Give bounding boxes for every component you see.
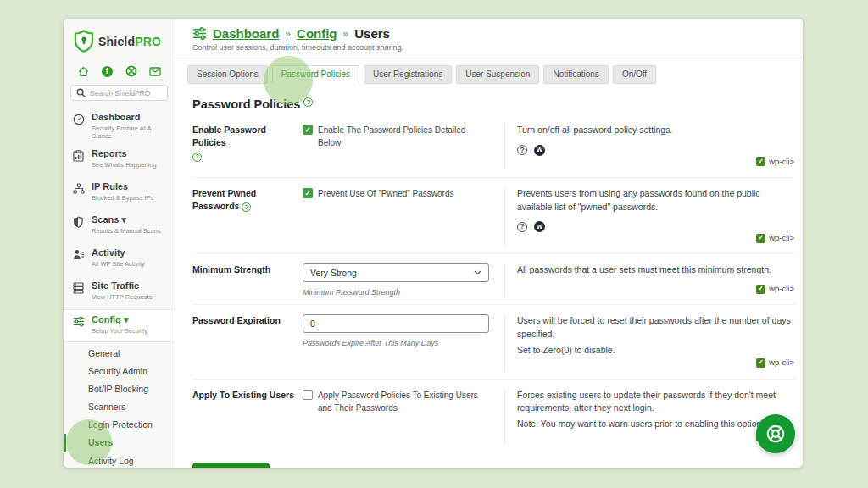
search-icon: [76, 88, 86, 97]
tab-notifications[interactable]: Notifications: [543, 65, 608, 84]
nav-title: Site Traffic: [92, 280, 152, 292]
prevent-pwned-checkbox[interactable]: ✓ Prevent Use Of "Pwned" Passwords: [303, 187, 491, 200]
submenu-item-general[interactable]: General: [64, 345, 175, 363]
help-icon[interactable]: ?: [303, 97, 313, 107]
tab-user-suspension[interactable]: User Suspension: [456, 65, 539, 84]
breadcrumb-users: Users: [354, 26, 390, 41]
home-icon[interactable]: [77, 65, 89, 77]
gauge-icon: [73, 114, 85, 125]
checkbox-label: Enable The Password Policies Detailed Be…: [318, 124, 491, 149]
nav-subtitle: Setup Your Security: [92, 327, 147, 335]
tab-on-off[interactable]: On/Off: [613, 65, 656, 84]
chevron-down-icon: [474, 270, 481, 275]
sidebar-item-reports[interactable]: ReportsSee What's Happening: [64, 144, 175, 177]
control-hint: Minimum Password Strength: [303, 288, 491, 297]
nav-title: Reports: [92, 148, 156, 160]
nav-title: Dashboard: [92, 112, 168, 124]
submenu-item-activity-log[interactable]: Activity Log: [64, 452, 175, 469]
page-header: Dashboard » Config » Users Control user …: [175, 19, 803, 58]
traffic-stack-icon: [73, 282, 85, 294]
enable-password-policies-checkbox[interactable]: ✓ Enable The Password Policies Detailed …: [303, 124, 491, 149]
nav-subtitle: Security Posture At A Glance: [92, 125, 168, 140]
selected-option: Very Strong: [310, 268, 357, 278]
submenu-item-security-admin[interactable]: Security Admin: [64, 363, 175, 380]
setting-description: Set to Zero(0) to disable.: [517, 344, 793, 358]
nav-title: Activity: [92, 247, 145, 259]
user-activity-icon: [73, 249, 85, 261]
setting-row-prevent-pwned-passwords: Prevent Pwned Passwords ? ✓ Prevent Use …: [192, 178, 796, 255]
network-icon: [73, 183, 85, 195]
help-icon[interactable]: ?: [517, 145, 527, 155]
checkbox-checked-icon: ✓: [303, 188, 313, 198]
brand-name: ShieldPRO: [98, 35, 161, 48]
submenu-item-users[interactable]: Users: [64, 434, 175, 452]
breadcrumb-config[interactable]: Config: [297, 26, 337, 41]
facebook-icon[interactable]: f: [101, 65, 113, 77]
submenu-item-login-protection[interactable]: Login Protection: [64, 416, 175, 434]
shieldpro-logo[interactable]: ShieldPRO: [64, 19, 175, 59]
nav-title: Config ▾: [92, 314, 147, 326]
password-expiration-input[interactable]: [303, 314, 489, 333]
password-policies-form: Enable Password Policies ? ✓ Enable The …: [192, 114, 796, 452]
setting-description: Forces existing users to update their pa…: [517, 389, 793, 416]
sidebar-item-ip-rules[interactable]: IP RulesBlocked & Bypass IPs: [64, 177, 175, 210]
help-fab-button[interactable]: [756, 414, 795, 453]
checkbox-checked-icon: ✓: [756, 358, 765, 368]
setting-description: Turn on/off all password policy settings…: [517, 124, 793, 137]
mail-icon[interactable]: [149, 65, 161, 77]
help-icon[interactable]: ?: [242, 202, 251, 212]
report-chart-icon: [73, 150, 85, 162]
sidebar-item-site-traffic[interactable]: Site TrafficView HTTP Requests: [64, 276, 175, 309]
sidebar-item-config[interactable]: Config ▾Setup Your Security: [64, 309, 175, 342]
tab-user-registrations[interactable]: User Registrations: [364, 65, 452, 84]
sidebar-item-dashboard[interactable]: DashboardSecurity Posture At A Glance: [64, 108, 175, 144]
setting-description: Note: You may want to warn users prior t…: [517, 418, 793, 431]
nav-subtitle: See What's Happening: [92, 161, 156, 169]
control-hint: Passwords Expire After This Many Days: [303, 339, 491, 347]
checkbox-label: Apply Password Policies To Existing User…: [318, 389, 491, 414]
submenu-item-scanners[interactable]: Scanners: [64, 398, 175, 416]
submenu-item-bot-ip-blocking[interactable]: Bot/IP Blocking: [64, 380, 175, 398]
wordpress-icon[interactable]: W: [534, 145, 545, 156]
checkbox-checked-icon: ✓: [756, 234, 765, 243]
setting-label: Password Expiration: [192, 315, 281, 325]
apply-existing-users-checkbox[interactable]: Apply Password Policies To Existing User…: [303, 389, 491, 414]
nav-title: Scans ▾: [92, 214, 161, 226]
setting-row-enable-password-policies: Enable Password Policies ? ✓ Enable The …: [192, 114, 796, 178]
sidebar-item-scans[interactable]: Scans ▾Results & Manual Scans: [64, 210, 175, 243]
help-icon[interactable]: ?: [517, 222, 527, 232]
breadcrumb-dashboard[interactable]: Dashboard: [213, 26, 279, 41]
nav-subtitle: Blocked & Bypass IPs: [92, 194, 153, 202]
sidebar-item-activity[interactable]: ActivityAll WP Site Activity: [64, 243, 175, 276]
checkbox-label: Prevent Use Of "Pwned" Passwords: [318, 187, 454, 200]
wp-cli-badge: ✓ wp-cli>: [756, 357, 794, 369]
main-content: Dashboard » Config » Users Control user …: [175, 19, 803, 468]
setting-label: Minimum Strength: [192, 264, 270, 274]
help-icon[interactable]: ?: [192, 152, 202, 162]
shield-logo-icon: [74, 30, 94, 53]
wp-cli-badge: ✓ wp-cli>: [756, 156, 794, 168]
breadcrumb-separator: »: [343, 28, 349, 40]
checkbox-checked-icon: ✓: [756, 157, 765, 166]
checkbox-checked-icon: ✓: [756, 285, 765, 294]
wordpress-icon[interactable]: W: [534, 221, 545, 232]
config-submenu: General Security Admin Bot/IP Blocking S…: [64, 342, 175, 468]
shield-icon: [73, 216, 85, 228]
breadcrumb-separator: »: [285, 28, 291, 40]
sliders-icon: [192, 27, 207, 40]
tab-session-options[interactable]: Session Options: [187, 65, 268, 84]
breadcrumb: Dashboard » Config » Users: [192, 26, 786, 41]
search-input[interactable]: [90, 89, 166, 97]
life-ring-icon: [765, 423, 787, 445]
tab-password-policies[interactable]: Password Policies: [272, 65, 359, 84]
checkbox-unchecked-icon: [303, 390, 313, 400]
sidebar-nav: DashboardSecurity Posture At A Glance Re…: [64, 108, 175, 468]
minimum-strength-select[interactable]: Very Strong: [303, 263, 489, 282]
sidebar-search[interactable]: [70, 85, 168, 101]
save-settings-button[interactable]: Save Settings: [192, 463, 270, 468]
quick-links: f: [64, 59, 175, 80]
setting-label: Apply To Existing Users: [192, 390, 294, 400]
support-ring-icon[interactable]: [125, 65, 137, 77]
wp-cli-badge: ✓ wp-cli>: [756, 232, 794, 244]
nav-title: IP Rules: [92, 181, 153, 193]
